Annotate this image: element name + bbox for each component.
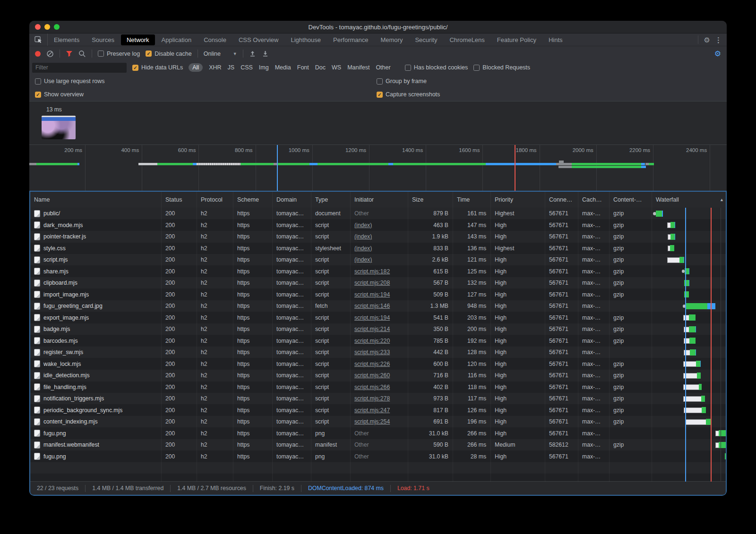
blocked-requests-checkbox[interactable]: Blocked Requests: [473, 64, 530, 71]
table-row[interactable]: export_image.mjs200h2httpstomayac…script…: [30, 312, 726, 324]
filter-chip-font[interactable]: Font: [297, 64, 309, 71]
column-header-initiator[interactable]: Initiator: [351, 192, 408, 208]
filter-funnel-icon[interactable]: [66, 51, 73, 57]
initiator-link[interactable]: (index): [354, 256, 372, 263]
tab-security[interactable]: Security: [409, 34, 443, 45]
filter-chip-img[interactable]: Img: [259, 64, 269, 71]
table-row[interactable]: idle_detection.mjs200h2httpstomayac…scri…: [30, 370, 726, 381]
column-header-domain[interactable]: Domain: [273, 192, 311, 208]
table-row[interactable]: badge.mjs200h2httpstomayac…scriptscript.…: [30, 323, 726, 335]
tab-performance[interactable]: Performance: [327, 34, 374, 45]
initiator-link[interactable]: script.mjs:214: [354, 326, 390, 332]
filter-chip-js[interactable]: JS: [228, 64, 235, 71]
filter-input[interactable]: [32, 63, 127, 73]
column-header-cache[interactable]: Cach…: [578, 192, 610, 208]
tab-feature-policy[interactable]: Feature Policy: [491, 34, 542, 45]
table-row[interactable]: barcodes.mjs200h2httpstomayac…scriptscri…: [30, 335, 726, 347]
table-row[interactable]: notification_triggers.mjs200h2httpstomay…: [30, 393, 726, 405]
filmstrip-thumbnail[interactable]: [42, 116, 76, 139]
tab-css-overview[interactable]: CSS Overview: [233, 34, 284, 45]
preserve-log-checkbox[interactable]: Preserve log: [98, 51, 140, 57]
tab-memory[interactable]: Memory: [375, 34, 408, 45]
column-header-connection[interactable]: Conne…: [545, 192, 578, 208]
tab-chromelens[interactable]: ChromeLens: [444, 34, 490, 45]
column-header-scheme[interactable]: Scheme: [233, 192, 273, 208]
tab-hints[interactable]: Hints: [543, 34, 568, 45]
initiator-link[interactable]: (index): [354, 222, 372, 229]
table-row[interactable]: style.css200h2httpstomayac…stylesheet(in…: [30, 243, 726, 254]
network-settings-gear-icon[interactable]: ⚙: [714, 49, 721, 58]
table-row[interactable]: dark_mode.mjs200h2httpstomayac…script(in…: [30, 220, 726, 231]
initiator-link[interactable]: script.mjs:146: [354, 303, 390, 309]
zoom-window-button[interactable]: [54, 24, 60, 30]
table-row[interactable]: script.mjs200h2httpstomayac…script(index…: [30, 254, 726, 266]
table-row[interactable]: public/200h2httpstomayac…documentOther87…: [30, 208, 726, 220]
table-row[interactable]: fugu_greeting_card.jpg200h2httpstomayac……: [30, 300, 726, 312]
clear-icon[interactable]: [46, 50, 54, 58]
group-by-frame-checkbox[interactable]: Group by frame: [377, 78, 427, 85]
tab-lighthouse[interactable]: Lighthouse: [285, 34, 326, 45]
filter-chip-ws[interactable]: WS: [332, 64, 341, 71]
show-overview-checkbox[interactable]: Show overview: [35, 91, 84, 98]
table-row[interactable]: share.mjs200h2httpstomayac…scriptscript.…: [30, 266, 726, 278]
column-header-protocol[interactable]: Protocol: [197, 192, 233, 208]
table-row[interactable]: content_indexing.mjs200h2httpstomayac…sc…: [30, 416, 726, 428]
close-window-button[interactable]: [35, 24, 41, 30]
initiator-link[interactable]: script.mjs:260: [354, 372, 390, 379]
initiator-link[interactable]: (index): [354, 245, 372, 252]
table-row[interactable]: clipboard.mjs200h2httpstomayac…scriptscr…: [30, 277, 726, 289]
more-options-kebab-icon[interactable]: ⋮: [715, 36, 722, 43]
filter-chip-manifest[interactable]: Manifest: [347, 64, 369, 71]
initiator-link[interactable]: script.mjs:247: [354, 407, 390, 414]
filter-chip-xhr[interactable]: XHR: [209, 64, 221, 71]
column-header-priority[interactable]: Priority: [491, 192, 545, 208]
tab-elements[interactable]: Elements: [48, 34, 85, 45]
column-header-content[interactable]: Content-…: [610, 192, 652, 208]
initiator-link[interactable]: script.mjs:254: [354, 418, 390, 425]
filter-chip-css[interactable]: CSS: [241, 64, 253, 71]
filter-chip-doc[interactable]: Doc: [315, 64, 326, 71]
initiator-link[interactable]: script.mjs:226: [354, 361, 390, 367]
throttling-dropdown[interactable]: Online ▼: [204, 51, 237, 57]
export-har-icon[interactable]: [262, 50, 269, 57]
filter-chip-all[interactable]: All: [189, 63, 203, 72]
initiator-link[interactable]: script.mjs:194: [354, 314, 390, 321]
table-row[interactable]: periodic_background_sync.mjs200h2httpsto…: [30, 405, 726, 416]
initiator-link[interactable]: script.mjs:208: [354, 280, 390, 286]
tab-network[interactable]: Network: [121, 34, 155, 45]
hide-data-urls-checkbox[interactable]: Hide data URLs: [132, 64, 183, 71]
record-button[interactable]: [35, 51, 41, 57]
filter-chip-other[interactable]: Other: [376, 64, 390, 71]
sort-arrow-icon[interactable]: ▲: [720, 197, 724, 202]
initiator-link[interactable]: script.mjs:233: [354, 349, 390, 356]
import-har-icon[interactable]: [249, 50, 256, 57]
tab-sources[interactable]: Sources: [86, 34, 120, 45]
column-header-type[interactable]: Type: [311, 192, 351, 208]
settings-gear-icon[interactable]: ⚙: [704, 36, 710, 43]
table-row[interactable]: wake_lock.mjs200h2httpstomayac…scriptscr…: [30, 358, 726, 370]
initiator-link[interactable]: script.mjs:182: [354, 268, 390, 275]
minimize-window-button[interactable]: [44, 24, 50, 30]
capture-screenshots-checkbox[interactable]: Capture screenshots: [377, 91, 440, 98]
table-row[interactable]: fugu.png200h2httpstomayac…pngOther31.0 k…: [30, 428, 726, 440]
column-header-waterfall[interactable]: Waterfall▲: [652, 192, 727, 208]
column-header-name[interactable]: Name: [30, 192, 162, 208]
table-row[interactable]: fugu.png200h2httpstomayac…pngOther31.0 k…: [30, 451, 726, 463]
has-blocked-cookies-checkbox[interactable]: Has blocked cookies: [405, 64, 468, 71]
use-large-request-rows-checkbox[interactable]: Use large request rows: [35, 78, 105, 85]
table-row[interactable]: import_image.mjs200h2httpstomayac…script…: [30, 289, 726, 301]
disable-cache-checkbox[interactable]: Disable cache: [146, 51, 192, 57]
inspect-element-button[interactable]: [29, 34, 48, 46]
table-row[interactable]: pointer-tracker.js200h2httpstomayac…scri…: [30, 231, 726, 243]
search-icon[interactable]: [78, 50, 86, 58]
tab-console[interactable]: Console: [198, 34, 232, 45]
tab-application[interactable]: Application: [156, 34, 198, 45]
column-header-size[interactable]: Size: [408, 192, 453, 208]
initiator-link[interactable]: script.mjs:278: [354, 395, 390, 402]
initiator-link[interactable]: (index): [354, 233, 372, 240]
column-header-status[interactable]: Status: [162, 192, 197, 208]
network-overview[interactable]: 200 ms400 ms600 ms800 ms1000 ms1200 ms14…: [29, 144, 727, 191]
table-row[interactable]: register_sw.mjs200h2httpstomayac…scripts…: [30, 347, 726, 358]
table-row[interactable]: manifest.webmanifest200h2httpstomayac…ma…: [30, 439, 726, 451]
table-row[interactable]: file_handling.mjs200h2httpstomayac…scrip…: [30, 381, 726, 393]
